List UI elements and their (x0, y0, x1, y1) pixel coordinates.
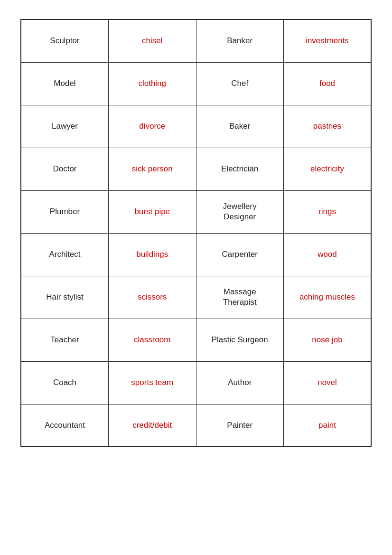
table-row: Plumberburst pipeJewelleryDesignerrings (21, 190, 371, 233)
table-cell: sports team (109, 361, 196, 404)
table-cell: scissors (109, 276, 196, 319)
table-cell: aching muscles (284, 276, 372, 319)
table-cell: JewelleryDesigner (196, 190, 284, 233)
table-row: LawyerdivorceBakerpastries (21, 105, 371, 148)
table-row: ArchitectbuildingsCarpenterwood (21, 233, 371, 276)
table-cell: Coach (21, 361, 109, 404)
table-cell: Hair stylist (21, 276, 109, 319)
table-cell: pastries (284, 105, 372, 148)
table-cell: sick person (109, 148, 196, 190)
table-cell: investments (284, 19, 372, 62)
table-cell: wood (284, 233, 372, 276)
table-cell: Sculptor (21, 19, 109, 62)
table-row: TeacherclassroomPlastic Surgeonnose job (21, 319, 371, 361)
table-cell: Baker (196, 105, 284, 148)
table-cell: Teacher (21, 319, 109, 361)
table-cell: Accountant (21, 404, 109, 447)
table-cell: Plastic Surgeon (196, 319, 284, 361)
table-row: Doctorsick personElectricianelectricity (21, 148, 371, 190)
table-cell: credit/debit (109, 404, 196, 447)
table-cell: nose job (284, 319, 372, 361)
table-cell: Lawyer (21, 105, 109, 148)
vocab-table: SculptorchiselBankerinvestmentsModelclot… (20, 19, 372, 447)
table-cell: Doctor (21, 148, 109, 190)
table-cell: paint (284, 404, 372, 447)
table-cell: food (284, 62, 372, 105)
table-cell: MassageTherapist (196, 276, 284, 319)
table-cell: electricity (284, 148, 372, 190)
table-cell: classroom (109, 319, 196, 361)
table-cell: clothing (109, 62, 196, 105)
table-cell: Model (21, 62, 109, 105)
table-cell: burst pipe (109, 190, 196, 233)
table-cell: Plumber (21, 190, 109, 233)
table-row: ModelclothingCheffood (21, 62, 371, 105)
table-cell: divorce (109, 105, 196, 148)
table-cell: Banker (196, 19, 284, 62)
table-cell: Carpenter (196, 233, 284, 276)
table-cell: buildings (109, 233, 196, 276)
table-row: SculptorchiselBankerinvestments (21, 19, 371, 62)
table-row: Hair stylistscissorsMassageTherapistachi… (21, 276, 371, 319)
table-cell: novel (284, 361, 372, 404)
table-cell: Architect (21, 233, 109, 276)
table-cell: Electrician (196, 148, 284, 190)
table-cell: chisel (109, 19, 196, 62)
table-cell: Chef (196, 62, 284, 105)
table-row: Accountantcredit/debitPainterpaint (21, 404, 371, 447)
main-wrapper: SculptorchiselBankerinvestmentsModelclot… (20, 19, 372, 447)
table-cell: rings (284, 190, 372, 233)
table-row: Coachsports teamAuthornovel (21, 361, 371, 404)
table-cell: Author (196, 361, 284, 404)
table-cell: Painter (196, 404, 284, 447)
